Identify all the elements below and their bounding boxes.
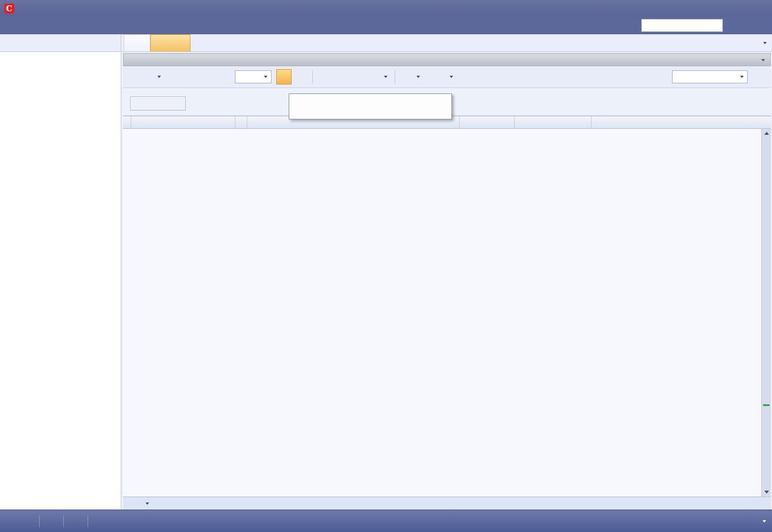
panel-header bbox=[123, 53, 771, 66]
filter-button[interactable] bbox=[353, 69, 368, 85]
record-count-bar bbox=[123, 497, 771, 510]
delete-button[interactable] bbox=[293, 69, 308, 85]
open-button[interactable] bbox=[165, 69, 180, 85]
new-window-icon bbox=[372, 72, 382, 82]
header-indicator bbox=[123, 116, 131, 128]
scroll-marker bbox=[763, 404, 770, 406]
close-button[interactable] bbox=[745, 0, 772, 17]
binoculars-icon bbox=[339, 72, 348, 82]
filter-combo[interactable] bbox=[235, 70, 272, 83]
sidebar-header bbox=[0, 34, 121, 51]
print-button[interactable] bbox=[317, 69, 335, 85]
view-selector bbox=[672, 69, 765, 85]
user-icon bbox=[6, 517, 15, 526]
paste-button[interactable] bbox=[215, 69, 230, 85]
columns-icon bbox=[435, 72, 445, 82]
vertical-scrollbar[interactable] bbox=[761, 129, 771, 497]
tab-list-caret-icon[interactable] bbox=[763, 42, 767, 44]
close-icon bbox=[754, 4, 763, 13]
toolbar-separator bbox=[312, 70, 313, 83]
menu-button[interactable] bbox=[126, 69, 141, 85]
new-document-icon bbox=[146, 72, 155, 82]
refresh-button[interactable] bbox=[276, 69, 292, 85]
save-view-button[interactable] bbox=[750, 69, 765, 85]
paste-icon bbox=[218, 72, 227, 82]
caret-icon bbox=[157, 76, 161, 78]
tab-close-icon[interactable] bbox=[175, 39, 183, 48]
filter-icon[interactable] bbox=[133, 499, 141, 507]
caret-icon bbox=[384, 76, 387, 78]
scroll-down-icon[interactable] bbox=[764, 491, 769, 494]
delete-icon bbox=[296, 72, 305, 82]
minimize-icon bbox=[699, 4, 709, 13]
sort-icon bbox=[449, 119, 457, 126]
app-check-icon[interactable] bbox=[93, 517, 103, 526]
calendar-icon bbox=[645, 21, 654, 30]
toolbar-separator bbox=[395, 70, 395, 83]
column-header-file-icon[interactable] bbox=[235, 116, 247, 128]
status-version[interactable] bbox=[69, 517, 82, 526]
group-by-chip[interactable] bbox=[130, 96, 186, 111]
minimize-button[interactable] bbox=[690, 0, 718, 17]
status-database[interactable] bbox=[45, 517, 58, 526]
check-badge-icon bbox=[69, 517, 79, 526]
status-separator bbox=[39, 515, 40, 527]
sort-icon bbox=[225, 119, 232, 126]
status-bar bbox=[0, 510, 772, 532]
copy-icon bbox=[201, 72, 211, 82]
panel-caret-icon[interactable] bbox=[761, 59, 765, 61]
delivery-note-icon bbox=[131, 39, 140, 48]
tabs bbox=[124, 34, 190, 51]
tab-bar bbox=[0, 34, 772, 52]
view-combo[interactable] bbox=[672, 70, 748, 83]
tools-icon bbox=[402, 72, 412, 82]
column-header-datum-pridania[interactable] bbox=[515, 116, 592, 128]
sort-icon bbox=[143, 100, 151, 107]
pin-icon[interactable] bbox=[108, 39, 115, 47]
title-bar: C bbox=[0, 0, 772, 17]
hamburger-icon bbox=[129, 72, 138, 82]
maximize-button[interactable] bbox=[718, 0, 745, 17]
printer-icon bbox=[320, 72, 330, 82]
app-logo-icon: C bbox=[4, 4, 14, 14]
caret-icon bbox=[740, 76, 744, 78]
copy-button[interactable] bbox=[198, 69, 214, 85]
new-window-button[interactable] bbox=[369, 69, 390, 85]
tab-dokumenty[interactable] bbox=[150, 34, 190, 51]
caret-icon bbox=[416, 76, 420, 78]
documents-icon bbox=[157, 39, 166, 48]
database-icon bbox=[45, 517, 54, 526]
more-button[interactable] bbox=[432, 69, 456, 85]
caret-icon bbox=[450, 76, 453, 78]
period-selector[interactable] bbox=[641, 19, 723, 32]
search-lock-icon[interactable] bbox=[153, 499, 163, 508]
search-button[interactable] bbox=[336, 69, 351, 85]
document-table bbox=[123, 129, 771, 497]
open-folder-icon bbox=[168, 72, 177, 82]
funnel-icon bbox=[356, 72, 365, 82]
caret-icon bbox=[763, 520, 766, 523]
tooltip bbox=[289, 93, 452, 119]
column-header-kategoria[interactable] bbox=[131, 116, 235, 128]
clipboard-icon bbox=[185, 72, 194, 82]
status-tasks[interactable] bbox=[745, 517, 766, 526]
functions-button[interactable] bbox=[399, 69, 423, 85]
search-icon[interactable] bbox=[755, 97, 765, 107]
window-controls bbox=[690, 0, 772, 17]
status-separator bbox=[63, 515, 64, 527]
pro-icon bbox=[752, 20, 762, 29]
scroll-up-icon[interactable] bbox=[764, 132, 769, 135]
tab-dodacie-listy[interactable] bbox=[124, 34, 150, 51]
column-header-filler bbox=[592, 116, 771, 128]
main-panel bbox=[122, 52, 772, 510]
slovak-flag-icon[interactable] bbox=[24, 517, 34, 526]
status-user[interactable] bbox=[6, 517, 19, 526]
caret-icon[interactable] bbox=[146, 502, 149, 505]
save-icon bbox=[753, 72, 763, 82]
new-document-button[interactable] bbox=[143, 69, 164, 85]
status-separator bbox=[88, 515, 88, 527]
clipboard-button[interactable] bbox=[182, 69, 197, 85]
toolbar bbox=[123, 66, 771, 88]
column-header-popis[interactable] bbox=[460, 116, 515, 128]
pro-badge[interactable] bbox=[752, 20, 765, 29]
